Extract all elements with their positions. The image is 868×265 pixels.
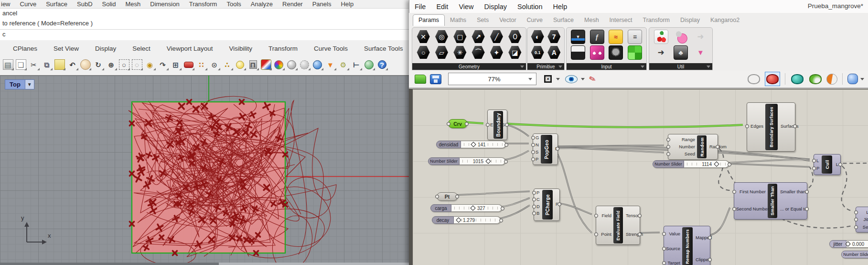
param-boolean-icon[interactable]: ◐ xyxy=(531,30,544,44)
param-mesh-icon[interactable]: ✳ xyxy=(453,46,467,59)
tab-curve[interactable]: Curve xyxy=(522,15,548,26)
new-file-icon[interactable]: ❏ xyxy=(15,59,27,70)
save-icon[interactable] xyxy=(430,74,441,84)
slider-track[interactable]: 1.279 xyxy=(454,216,501,224)
preview-dropdown[interactable] xyxy=(581,78,585,80)
menu-item-solid[interactable]: Solid xyxy=(97,0,121,8)
toolbar-tab-surface-tools[interactable]: Surface Tools xyxy=(356,45,411,52)
tab-intersect[interactable]: Intersect xyxy=(604,15,638,26)
open-folder-icon[interactable] xyxy=(415,75,426,84)
zoom-extents-dropdown[interactable] xyxy=(556,78,560,80)
input-port[interactable] xyxy=(666,138,670,142)
slider-output-port[interactable] xyxy=(499,219,503,222)
palette-group-label[interactable]: Util xyxy=(649,63,712,70)
output-port[interactable] xyxy=(557,202,561,206)
graph-mapper-icon[interactable]: ≈ xyxy=(609,30,623,44)
param-point-icon[interactable]: ✦ xyxy=(490,46,503,59)
zoom-selected-icon[interactable]: ◉ xyxy=(144,59,156,70)
menu-item-transform[interactable]: Transform xyxy=(184,0,222,8)
help-icon[interactable]: ? xyxy=(376,59,388,70)
input-port[interactable] xyxy=(594,214,598,218)
document-preview-dropdown[interactable] xyxy=(860,78,864,80)
sphere-blue-icon[interactable] xyxy=(312,59,323,70)
panel-icon[interactable] xyxy=(571,45,585,60)
slider-track[interactable]: 1015 xyxy=(460,157,505,165)
output-port[interactable] xyxy=(708,258,712,262)
gh-menu-item-solution[interactable]: Solution xyxy=(512,3,547,11)
output-port[interactable] xyxy=(638,214,642,218)
zoom-in-icon[interactable]: ⊕ xyxy=(106,59,117,70)
param-curve-icon[interactable]: ⌒ xyxy=(472,46,485,59)
component-random[interactable]: RandomRangeNumberSeedRandom xyxy=(668,134,718,160)
undo-icon[interactable]: ↶ xyxy=(67,59,78,70)
menu-item-panels[interactable]: Panels xyxy=(308,0,336,8)
gh-menu-item-display[interactable]: Display xyxy=(479,3,513,11)
gh-menu-item-file[interactable]: File xyxy=(409,3,431,11)
param-box-icon[interactable]: ▢ xyxy=(453,30,467,44)
input-port[interactable] xyxy=(854,218,858,221)
custom-preview-teal-icon[interactable] xyxy=(790,72,804,86)
component-remap[interactable]: Remap NumbersValueSourceTargetMappedClip… xyxy=(664,226,710,265)
input-port[interactable] xyxy=(486,123,490,127)
component-evalf[interactable]: Evaluate FieldFieldPointTensorStrength xyxy=(596,206,640,245)
command-prompt-line[interactable]: c xyxy=(0,30,409,40)
tab-kangaroo2[interactable]: Kangaroo2 xyxy=(705,15,745,26)
output-port[interactable] xyxy=(556,147,559,151)
slider-output-port[interactable] xyxy=(504,143,508,147)
number-slider-icon[interactable]: ▼ xyxy=(571,30,585,44)
output-port[interactable] xyxy=(505,123,509,127)
input-port[interactable] xyxy=(594,232,598,236)
menu-item-iew[interactable]: iew xyxy=(0,0,15,8)
gumball-icon[interactable]: ∷ xyxy=(196,59,207,70)
flask-icon[interactable]: ▼ xyxy=(694,46,707,59)
tab-vector[interactable]: Vector xyxy=(494,15,521,26)
slider-handle[interactable] xyxy=(471,142,476,147)
wireframe-preview-icon[interactable] xyxy=(747,72,761,86)
dimension-icon[interactable]: ⊢ xyxy=(351,59,362,70)
menu-item-surface[interactable]: Surface xyxy=(41,0,72,8)
toolbar-tab-curve-tools[interactable]: Curve Tools xyxy=(306,45,356,52)
slider-handle[interactable] xyxy=(456,217,461,222)
output-port[interactable] xyxy=(838,163,842,166)
relay-dark-icon[interactable]: ➜ xyxy=(654,46,668,59)
slider-handle[interactable] xyxy=(714,161,719,166)
input-port[interactable] xyxy=(732,190,736,194)
slider-output-port[interactable] xyxy=(504,160,508,164)
input-port[interactable] xyxy=(531,143,535,147)
colour-swatch-icon[interactable] xyxy=(628,45,642,60)
component-cull[interactable]: CullLPL xyxy=(814,154,841,175)
output-port[interactable] xyxy=(805,190,809,194)
menu-item-analyze[interactable]: Analyze xyxy=(246,0,278,8)
zoom-window-icon[interactable]: ◌ xyxy=(131,59,143,70)
lightbulb-icon[interactable] xyxy=(235,59,246,70)
input-port[interactable] xyxy=(854,225,858,229)
galapagos-tree-icon[interactable]: ♣ xyxy=(674,45,688,60)
rotate-view-icon[interactable]: ↻ xyxy=(93,59,104,70)
gh-menu-item-view[interactable]: View xyxy=(453,3,479,11)
slider-output-port[interactable] xyxy=(501,207,504,210)
palette-group-label[interactable]: Geometry xyxy=(412,63,526,70)
point-grid-icon[interactable]: ∴ xyxy=(222,59,233,70)
grasshopper-canvas[interactable]: BoundaryESPopGeoGNSPPRandomRangeNumberSe… xyxy=(409,88,868,265)
chevron-down-icon[interactable]: ▼ xyxy=(25,79,34,89)
input-port[interactable] xyxy=(531,136,535,140)
input-port[interactable] xyxy=(532,205,536,209)
slider-track[interactable]: 327 xyxy=(451,204,502,212)
shaded-display-icon[interactable] xyxy=(260,59,272,70)
tab-maths[interactable]: Maths xyxy=(445,15,472,26)
gear-settings-icon[interactable]: ⚙ xyxy=(338,59,349,70)
top-viewport[interactable]: yx Top ▼ xyxy=(0,75,409,263)
slider-densidad[interactable]: densidad141 xyxy=(436,141,506,148)
menu-item-curve[interactable]: Curve xyxy=(15,0,42,8)
palette-group-label[interactable]: Primitive xyxy=(527,63,564,70)
input-port[interactable] xyxy=(532,198,536,201)
script-editor-icon[interactable]: ƒ xyxy=(590,30,604,44)
slider-track[interactable]: 141 xyxy=(461,141,506,148)
param-cylinder-icon[interactable]: ⬯ xyxy=(508,30,522,44)
param-geometry-icon[interactable]: ✕ xyxy=(417,30,430,44)
input-port[interactable] xyxy=(532,211,536,215)
param-spiral-icon[interactable]: ◎ xyxy=(435,30,448,44)
slider-handle[interactable] xyxy=(845,241,850,246)
input-port[interactable] xyxy=(812,166,816,170)
zoom-combo[interactable]: 77% xyxy=(448,73,536,85)
